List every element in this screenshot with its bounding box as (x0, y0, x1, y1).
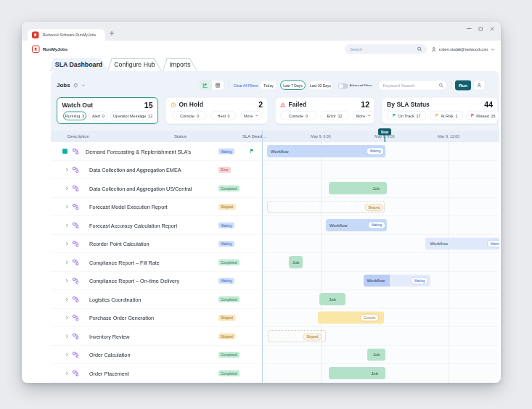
expand-chevron-icon[interactable] (65, 168, 69, 173)
job-description[interactable]: Logistics Coordination (89, 290, 141, 309)
chevron-down-icon[interactable] (81, 83, 86, 88)
status-badge: Completed (218, 297, 240, 303)
gantt-bar[interactable]: Skipped (268, 330, 326, 342)
filter-chip-error[interactable]: Error 12 (321, 111, 349, 120)
job-description[interactable]: Order Calculation (89, 346, 130, 365)
card-watch-out[interactable]: Watch Out15Running 3Alert 0Operator Mess… (57, 97, 158, 124)
table-row: Order PlacementCompletedJob (51, 364, 499, 383)
filter-chip-missed[interactable]: Missed 26 (467, 111, 499, 120)
expand-chevron-icon[interactable] (65, 279, 69, 284)
browser-tab[interactable]: Redwood Software RunMyJobs (28, 29, 105, 41)
range-last-30-days-button[interactable]: Last 30 Days (308, 80, 332, 90)
global-search-input[interactable]: Search (345, 44, 427, 54)
flag-icon (250, 149, 255, 154)
tab-sla-dashboard[interactable]: SLA Dashboard (49, 58, 108, 71)
filter-chip-held[interactable]: Held 0 (211, 111, 237, 120)
gantt-bar-elapsed: Workflow (364, 275, 390, 287)
jobs-dropdown[interactable]: Jobs (57, 76, 86, 94)
filter-chip-running[interactable]: Running 3 (63, 112, 86, 121)
gantt-bar[interactable]: WorkflowWaiting (364, 275, 430, 287)
gantt-bar[interactable]: Job (329, 182, 387, 194)
job-description[interactable]: Demand Forecasting & Replenishment SLA's (86, 142, 191, 161)
chip-label: More (244, 113, 253, 117)
expand-chevron-icon[interactable] (65, 186, 69, 191)
job-description[interactable]: Data Collection and Aggregation US/Centr… (89, 179, 192, 198)
screenshot-stage: Redwood Software RunMyJobs RunMyJobs Sea… (0, 0, 532, 409)
maximize-button[interactable] (479, 27, 483, 31)
expand-chevron-icon[interactable] (65, 223, 69, 228)
chevron-down-icon (367, 114, 372, 118)
expand-chevron-icon[interactable] (65, 334, 69, 339)
filter-chip-more[interactable]: More (353, 111, 375, 120)
gantt-bar-chip: Waiting (487, 240, 499, 247)
card-by-sla-status[interactable]: By SLA Status44On Track 17At Risk 1Misse… (382, 97, 498, 124)
gantt-bar[interactable]: Job (329, 367, 385, 379)
user-menu[interactable]: robert.siudak@redwood.com (431, 41, 495, 58)
filter-chip-alert[interactable]: Alert 0 (89, 112, 108, 121)
chip-label: Operator Message 12 (113, 114, 152, 118)
filter-chip-on-track[interactable]: On Track 17 (387, 111, 426, 120)
minimize-button[interactable] (467, 28, 472, 29)
card-title-row: On Hold2 (171, 100, 263, 110)
run-as-user-button[interactable] (473, 80, 486, 91)
gantt-bar[interactable]: Job (367, 349, 385, 361)
close-button[interactable] (490, 26, 495, 31)
job-description[interactable]: Data Collection and Aggregation EMEA (89, 161, 181, 180)
expand-chevron-icon[interactable] (65, 242, 69, 247)
gantt-bar[interactable]: Job (289, 256, 303, 268)
expand-chevron-icon[interactable] (65, 205, 69, 210)
job-description[interactable]: Forecast Model Execution Report (89, 198, 168, 217)
clear-all-filters-link[interactable]: Clear All Filters (234, 76, 258, 94)
card-on-hold[interactable]: On Hold2Console 0Held 0More (165, 97, 268, 124)
gantt-bar-chip: Waiting (411, 277, 428, 284)
job-description[interactable]: Reorder Point Calculation (89, 235, 150, 254)
gantt-bar[interactable]: Job (319, 293, 345, 305)
tab-imports[interactable]: Imports (163, 58, 197, 71)
job-description[interactable]: Forecast Accuracy Calculation Report (89, 216, 177, 235)
range-today-button[interactable]: Today (260, 80, 277, 90)
expand-chevron-icon[interactable] (65, 353, 69, 358)
job-description[interactable]: Compliance Report – On-time Delivery (89, 272, 179, 291)
gantt-bar-chip: Skipped (365, 204, 383, 211)
gantt-bar[interactable]: WorkflowWaiting (425, 238, 499, 250)
expand-chevron-icon[interactable] (65, 371, 69, 376)
job-description[interactable]: Order Placement (89, 364, 129, 383)
run-button[interactable]: Run (455, 80, 471, 91)
job-description[interactable]: Compliance Report – Fill Rate (89, 253, 160, 272)
filter-chip-console[interactable]: Console 0 (173, 111, 207, 120)
gantt-bar[interactable]: WorkflowWaiting (326, 219, 387, 231)
chevron-right-icon (65, 205, 69, 210)
card-failed[interactable]: Failed12Console 0Error 12More (275, 97, 375, 124)
gantt-bar[interactable]: WorkflowWaiting (267, 145, 385, 157)
gantt-bar[interactable]: Console (318, 312, 384, 324)
job-description[interactable]: Purchase Order Generation (89, 309, 154, 328)
filter-chip-more[interactable]: More (241, 111, 263, 120)
filter-chip-at-risk[interactable]: At Risk 1 (430, 111, 463, 120)
column-description[interactable]: Description (67, 131, 89, 142)
column-sla-deadline[interactable]: SLA Deadl... (242, 131, 266, 142)
expand-chevron-icon[interactable] (65, 297, 69, 302)
expand-chevron-icon[interactable] (65, 260, 69, 265)
chip-label: Alert 0 (92, 114, 105, 118)
chevron-right-icon (65, 334, 69, 339)
refresh-icon[interactable] (73, 83, 78, 88)
filter-chip-console[interactable]: Console 0 (280, 111, 316, 120)
advanced-filters-toggle[interactable] (338, 83, 348, 89)
keyword-search-input[interactable]: Keyword Search (378, 80, 447, 91)
user-icon (477, 83, 482, 88)
filter-chip-operator-message[interactable]: Operator Message 12 (110, 112, 155, 121)
gantt-bar[interactable]: Skipped (267, 201, 385, 213)
tab-configure-hub[interactable]: Configure Hub (107, 58, 162, 71)
gantt-view-button[interactable] (200, 80, 212, 90)
column-status[interactable]: Status (174, 131, 187, 142)
job-description[interactable]: Inventory Review (89, 327, 130, 346)
browser-tabstrip: Redwood Software RunMyJobs (22, 22, 501, 41)
card-count: 2 (258, 101, 263, 110)
new-tab-button[interactable] (107, 28, 117, 38)
collapse-button[interactable] (62, 149, 67, 154)
range-last-7-days-button[interactable]: Last 7 Days (280, 80, 306, 90)
workflow-icon (73, 352, 79, 358)
expand-chevron-icon[interactable] (65, 316, 69, 321)
nav-tabs: SLA Dashboard Configure Hub Imports (22, 58, 501, 71)
table-view-button[interactable] (211, 80, 224, 90)
